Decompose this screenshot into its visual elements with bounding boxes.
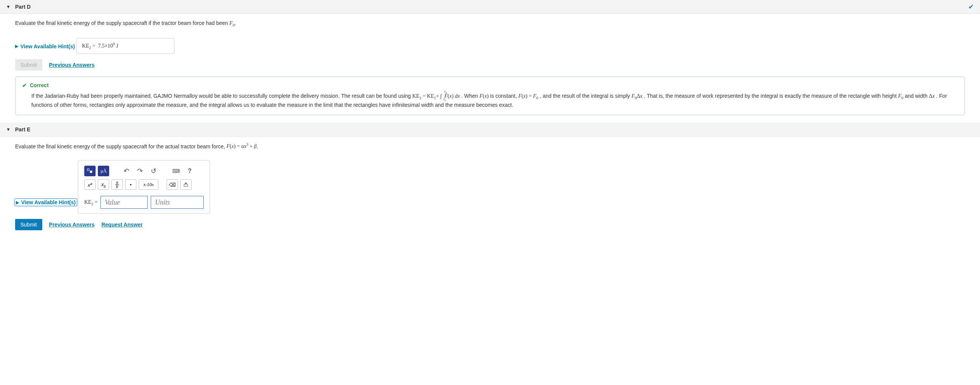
collapse-caret-icon[interactable]: ▼ [6, 4, 11, 10]
fb-text: If the Jadarian-Ruby had been properly m… [31, 93, 412, 99]
toolbar-bottom: xa xb ab • x·10n ⌫ [82, 178, 206, 192]
answer-input-row: KE2 = [82, 195, 206, 209]
lbl: x·10 [143, 182, 152, 188]
fb-math: F0 [898, 93, 903, 99]
answer-val: 7.5×10 [98, 43, 113, 49]
fb-math: Δx [929, 93, 935, 99]
prompt-math: F(x) = αx3 + β [227, 143, 257, 149]
fb-text: . When [461, 93, 479, 99]
reset-button[interactable]: ↺ [148, 166, 159, 176]
request-answer-link[interactable]: Request Answer [101, 222, 142, 228]
templates-button[interactable] [84, 166, 95, 176]
part-e-body: Evaluate the final kinetic energy of the… [0, 137, 980, 238]
part-d-body: Evaluate the final kinetic energy of the… [0, 14, 980, 123]
fb-math: KE2 = KE1+ ∫x2x1 F(x) dx [412, 93, 460, 99]
answer-content: KE2 = 7.5×109 J [82, 43, 118, 49]
submit-button: Submit [15, 59, 42, 71]
part-d-prompt: Evaluate the final kinetic energy of the… [15, 19, 965, 28]
previous-answers-link[interactable]: Previous Answers [49, 62, 95, 68]
correct-label: Correct [30, 82, 49, 88]
greek-label: μÅ [100, 168, 107, 174]
answer-unit: J [115, 43, 118, 49]
keys-icon [183, 182, 189, 187]
feedback-body: If the Jadarian-Ruby had been properly m… [22, 92, 958, 109]
part-d-title: Part D [15, 4, 30, 10]
expand-right-icon: ▶ [15, 44, 18, 49]
redo-button[interactable]: ↷ [134, 166, 145, 176]
svg-marker-2 [185, 182, 188, 184]
lbl: n [152, 183, 154, 187]
lbl: b [104, 184, 106, 188]
templates-icon [87, 168, 93, 174]
svg-rect-1 [90, 171, 92, 173]
part-d-buttons: Submit Previous Answers [15, 59, 965, 71]
feedback-header: ✔ Correct [22, 82, 958, 88]
hints-label: View Available Hint(s) [21, 43, 75, 49]
lbl: a [90, 182, 92, 186]
keys-toggle-button[interactable] [180, 179, 191, 190]
fraction-button[interactable]: ab [111, 179, 123, 190]
hints-label: View Available Hint(s) [21, 199, 76, 205]
greek-button[interactable]: μÅ [98, 166, 109, 176]
part-e-buttons: Submit Previous Answers Request Answer [15, 219, 965, 230]
part-e-prompt: Evaluate the final kinetic energy of the… [15, 142, 965, 151]
eq-sign: = [93, 199, 97, 205]
prompt-text-end: . [256, 143, 258, 149]
prompt-text: Evaluate the final kinetic energy of the… [15, 143, 227, 149]
undo-button[interactable]: ↶ [121, 166, 132, 176]
prompt-text-end: . [235, 20, 236, 26]
view-hints-link[interactable]: ▶ View Available Hint(s) [15, 43, 75, 49]
subscript-button[interactable]: xb [98, 179, 109, 190]
units-input[interactable] [151, 196, 204, 209]
lhs: KE [84, 199, 91, 205]
value-input[interactable] [100, 196, 148, 209]
feedback-box: ✔ Correct If the Jadarian-Ruby had been … [15, 77, 965, 115]
equation-editor: μÅ ↶ ↷ ↺ ⌨ ? xa xb ab • x·10n ⌫ KE2 = [78, 160, 210, 214]
backspace-button[interactable]: ⌫ [167, 179, 178, 190]
dot-button[interactable]: • [125, 179, 136, 190]
completed-check-icon: ✔ [968, 3, 974, 11]
superscript-button[interactable]: xa [84, 179, 95, 190]
expand-right-icon: ▶ [16, 200, 19, 205]
scientific-button[interactable]: x·10n [138, 179, 158, 190]
part-e-header[interactable]: ▼ Part E [0, 123, 980, 137]
answer-lhs: KE2 = [84, 199, 97, 206]
svg-rect-3 [184, 185, 188, 187]
fb-text: is constant, [490, 93, 518, 99]
prompt-text: Evaluate the final kinetic energy of the… [15, 20, 229, 26]
fb-math: F0Δx [631, 93, 642, 99]
fb-text: . That is, the measure of work represent… [644, 93, 898, 99]
fb-math: F(x) = F0 [518, 93, 538, 99]
previous-answers-link[interactable]: Previous Answers [49, 222, 95, 228]
submit-button[interactable]: Submit [15, 219, 42, 230]
answer-lhs: KE [82, 43, 89, 49]
help-button[interactable]: ? [184, 166, 195, 176]
view-hints-link[interactable]: ▶ View Available Hint(s) [15, 199, 76, 205]
prompt-math: F0 [229, 21, 235, 26]
part-e-title: Part E [15, 127, 30, 133]
collapse-caret-icon[interactable]: ▼ [6, 127, 11, 132]
answer-display: KE2 = 7.5×109 J [76, 38, 175, 54]
fb-text: , and the result of the integral is simp… [540, 93, 632, 99]
svg-rect-0 [87, 169, 89, 171]
keyboard-button[interactable]: ⌨ [170, 166, 182, 176]
fb-text: and width [905, 93, 929, 99]
fb-math: F(x) [479, 93, 488, 99]
answer-eq: = [91, 43, 97, 49]
part-d-header[interactable]: ▼ Part D ✔ [0, 0, 980, 14]
correct-check-icon: ✔ [22, 82, 27, 88]
toolbar-top: μÅ ↶ ↷ ↺ ⌨ ? [82, 164, 206, 178]
